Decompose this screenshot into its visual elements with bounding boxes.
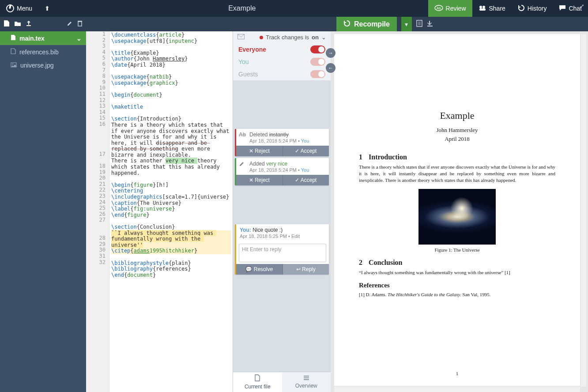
file-icon: [11, 48, 16, 56]
new-folder-icon[interactable]: [14, 20, 21, 28]
file-icon: [254, 374, 260, 383]
review-pane: → ← Track changes is on ⌄ Everyone You G…: [233, 31, 331, 392]
project-title: Example: [56, 4, 428, 12]
change-card-deleted: Ab Deleted instantly Apr 18, 2018 5:24 P…: [235, 129, 329, 156]
resolve-button[interactable]: 💬 Resolve: [236, 264, 283, 275]
main-area: main.tex ⌄ references.bib universe.jpg 1…: [0, 31, 588, 392]
reply-button[interactable]: ↩ Reply: [283, 264, 329, 275]
pdf-date: April 2018: [359, 136, 555, 143]
recompile-icon: [343, 20, 351, 29]
svg-point-14: [12, 64, 13, 64]
review-footer: Current file Overview: [233, 372, 331, 392]
collapse-left-button[interactable]: ←: [326, 63, 335, 73]
switch-everyone[interactable]: [310, 45, 325, 53]
list-icon: [303, 375, 310, 382]
caret-down-icon: ⌄: [76, 35, 82, 42]
overleaf-logo-icon: [6, 4, 14, 12]
reject-button[interactable]: ✕ Reject: [236, 146, 283, 156]
file-item-main[interactable]: main.tex ⌄: [0, 31, 86, 45]
menu-label: Menu: [17, 5, 32, 12]
reply-input[interactable]: Hit Enter to reply: [239, 244, 326, 262]
file-name: references.bib: [19, 49, 59, 56]
pdf-figure: [359, 189, 555, 245]
top-bar: Menu ⬆ Example Ab Review Share History: [0, 0, 588, 17]
menu-button[interactable]: Menu: [0, 0, 38, 17]
recompile-label: Recompile: [354, 20, 390, 28]
caret-down-icon: ▾: [405, 21, 408, 28]
change-label: Deleted: [249, 132, 268, 138]
track-changes-bar[interactable]: Track changes is on ⌄: [233, 31, 331, 43]
change-card-added: Added very nice Apr 18, 2018 5:24 PM • Y…: [235, 158, 329, 185]
share-label: Share: [489, 5, 505, 12]
chevron-down-icon: ⌄: [321, 34, 326, 41]
delete-icon[interactable]: [77, 20, 83, 28]
change-text: very nice: [266, 161, 287, 167]
review-button[interactable]: Ab Review: [428, 0, 472, 17]
back-button[interactable]: ⬆: [38, 0, 56, 17]
chat-icon: [559, 5, 566, 12]
pdf-section-2: 2Conclusion: [359, 259, 555, 267]
toggle-you: You: [233, 56, 331, 68]
change-label: Added: [249, 161, 265, 167]
pdf-page-number: 1: [334, 371, 580, 376]
pdf-paragraph-2: “I always thought something was fundamen…: [359, 269, 555, 276]
svg-rect-12: [427, 26, 433, 26]
up-arrow-icon: ⬆: [45, 5, 50, 12]
rename-icon[interactable]: [67, 20, 73, 28]
tab-current-file[interactable]: Current file: [233, 372, 282, 392]
pdf-title: Example: [359, 110, 555, 121]
editor-pane: 1234567891011121314151617181920212223242…: [86, 31, 233, 392]
toggle-label: Guests: [238, 71, 258, 78]
switch-guests[interactable]: [310, 70, 325, 78]
accept-button[interactable]: ✓ Accept: [283, 175, 329, 185]
comment-card: You: Nice quote :) Apr 18, 2018 5:25 PM …: [235, 224, 329, 275]
fullscreen-icon[interactable]: ⤢: [579, 3, 584, 10]
pdf-pane: Example John Hammersley April 2018 1Intr…: [331, 31, 588, 392]
review-icon: Ab: [434, 4, 443, 13]
file-name: main.tex: [19, 35, 45, 42]
toggle-guests: Guests: [233, 68, 331, 80]
file-tree: main.tex ⌄ references.bib universe.jpg: [0, 31, 86, 392]
reject-button[interactable]: ✕ Reject: [236, 175, 283, 185]
new-file-icon[interactable]: [4, 20, 10, 28]
pdf-section-1: 1Introduction: [359, 153, 555, 161]
share-button[interactable]: Share: [472, 0, 512, 17]
svg-point-3: [482, 6, 485, 8]
history-button[interactable]: History: [512, 0, 553, 17]
pdf-reference-1: [1] D. Adams. The Hitchhiker's Guide to …: [359, 292, 555, 297]
pdf-page: Example John Hammersley April 2018 1Intr…: [334, 34, 580, 386]
recompile-menu-button[interactable]: ▾: [401, 17, 412, 31]
comment-edit[interactable]: Edit: [291, 234, 300, 239]
universe-image: [418, 189, 496, 245]
file-item-references[interactable]: references.bib: [0, 45, 86, 59]
accept-button[interactable]: ✓ Accept: [283, 146, 329, 156]
tab-label: Overview: [295, 383, 317, 389]
history-icon: [518, 4, 525, 13]
logs-icon[interactable]: [416, 20, 422, 28]
download-icon[interactable]: [427, 20, 433, 28]
share-icon: [479, 5, 486, 12]
tab-overview[interactable]: Overview: [282, 372, 331, 392]
pdf-figure-caption: Figure 1: The Universe: [359, 247, 555, 253]
comment-meta: Apr 18, 2018 5:25 PM: [240, 234, 287, 239]
strike-icon: Ab: [239, 132, 246, 138]
collapse-right-button[interactable]: →: [326, 48, 335, 58]
pdf-scrollbar-vertical[interactable]: [581, 34, 586, 387]
tab-label: Current file: [245, 384, 271, 390]
recompile-button[interactable]: Recompile: [336, 17, 397, 31]
switch-you[interactable]: [310, 58, 325, 66]
svg-rect-7: [78, 21, 82, 22]
comment-text: Nice quote :): [253, 227, 283, 233]
envelope-icon: [237, 34, 245, 41]
review-label: Review: [446, 5, 466, 12]
svg-point-2: [479, 6, 482, 8]
file-item-universe[interactable]: universe.jpg: [0, 59, 86, 72]
pencil-icon: [239, 161, 245, 168]
file-name: universe.jpg: [20, 62, 54, 69]
pdf-paragraph-1: There is a theory which states that if e…: [359, 164, 555, 184]
comment-author: You:: [240, 227, 251, 233]
upload-icon[interactable]: [26, 20, 32, 28]
arrow-left-icon: ←: [328, 65, 333, 71]
code-editor[interactable]: \documentclass{article}\usepackage[utf8]…: [109, 31, 233, 392]
pdf-scrollbar-horizontal[interactable]: [334, 387, 580, 392]
